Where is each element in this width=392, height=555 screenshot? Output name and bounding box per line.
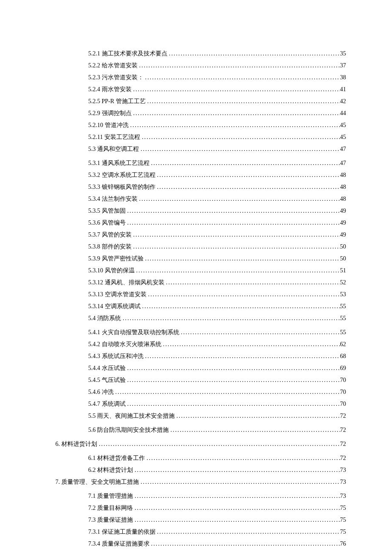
toc-label: 5.3.8 部件的安装 [88, 242, 132, 251]
toc-label: 6.2 材料进货计划 [88, 465, 133, 474]
toc-page-number: 72 [340, 411, 346, 420]
toc-entry: 5.3.10 风管的保温51 [55, 266, 346, 275]
toc-entry: 5.6 防台防汛期间安全技术措施72 [55, 425, 346, 434]
toc-entry: 5.3.3 镀锌钢板风管的制作48 [55, 182, 346, 191]
toc-leader-dots [126, 206, 340, 215]
toc-page-number: 49 [340, 230, 346, 239]
toc-label: 5.2.1 施工技术要求及技术要点 [88, 49, 167, 58]
toc-entry: 7.3 质量保证措施75 [55, 515, 346, 524]
toc-page-number: 73 [340, 465, 346, 474]
toc-leader-dots [121, 314, 340, 323]
toc-page-number: 73 [340, 491, 346, 500]
toc-page-number: 72 [340, 439, 346, 448]
toc-leader-dots [132, 109, 340, 118]
toc-leader-dots [132, 230, 340, 239]
toc-entry: 5.4.3 系统试压和冲洗68 [55, 352, 346, 361]
toc-label: 5.4.1 火灾自动报警及联动控制系统 [88, 328, 179, 337]
toc-page-number: 49 [340, 218, 346, 227]
toc-entry: 5.4.1 火灾自动报警及联动控制系统55 [55, 328, 346, 337]
toc-entry: 6. 材料进货计划72 [55, 439, 346, 448]
toc-label: 7. 质量管理、安全文明施工措施 [55, 477, 139, 486]
toc-leader-dots [156, 182, 340, 191]
toc-entry: 7.3.4 质量保证措施要求76 [55, 539, 346, 548]
toc-entry: 5.4.2 自动喷水灭火喷淋系统62 [55, 340, 346, 349]
toc-label: 5.2.9 强调控制点 [88, 109, 132, 118]
toc-leader-dots [141, 302, 340, 311]
toc-label: 5.2.5 PP-R 管施工工艺 [88, 97, 146, 106]
toc-leader-dots [144, 73, 340, 82]
toc-leader-dots [139, 145, 340, 153]
toc-leader-dots [167, 49, 340, 58]
toc-entry: 5.2.4 雨水管安装41 [55, 85, 346, 94]
toc-page-number: 70 [340, 376, 346, 384]
toc-leader-dots [164, 278, 340, 287]
toc-entry: 5.2.10 管道冲洗45 [55, 121, 346, 130]
toc-leader-dots [169, 425, 340, 434]
toc-leader-dots [138, 61, 340, 70]
toc-page-number: 35 [340, 49, 346, 58]
toc-entry: 5.3.13 空调水管道安装53 [55, 290, 346, 299]
toc-entry: 5.3.4 法兰制作安装48 [55, 194, 346, 203]
toc-leader-dots [129, 121, 340, 130]
toc-entry: 5.3.14 空调系统调试55 [55, 302, 346, 311]
toc-entry: 5.2.2 给水管道安装37 [55, 61, 346, 70]
toc-leader-dots [161, 340, 340, 349]
toc-leader-dots [145, 454, 340, 462]
toc-label: 5.4.5 气压试验 [88, 376, 126, 384]
toc-page-number: 75 [340, 503, 346, 512]
toc-label: 5.4 消防系统 [88, 314, 121, 323]
toc-leader-dots [144, 352, 340, 361]
toc-page-number: 68 [340, 352, 346, 361]
toc-leader-dots [133, 465, 340, 474]
toc-entry: 5.2.11 安装工艺流程45 [55, 133, 346, 142]
toc-label: 5.6 防台防汛期间安全技术措施 [88, 425, 169, 434]
toc-label: 5.4.2 自动喷水灭火喷淋系统 [88, 340, 161, 349]
toc-leader-dots [126, 376, 340, 384]
toc-page-number: 47 [340, 145, 346, 153]
toc-leader-dots [132, 242, 340, 251]
toc-label: 5.5 雨天、夜间施工技术安全措施 [88, 411, 175, 420]
toc-entry: 7.3.1 保证施工质量的依据75 [55, 527, 346, 536]
toc-entry: 6.2 材料进货计划73 [55, 465, 346, 474]
toc-page-number: 53 [340, 290, 346, 299]
toc-entry: 5.3.12 通风机、排烟风机安装52 [55, 278, 346, 287]
toc-label: 7.3 质量保证措施 [88, 515, 133, 524]
toc-label: 5.3.12 通风机、排烟风机安装 [88, 278, 164, 287]
toc-entry: 5.3.2 空调水系统工艺流程48 [55, 171, 346, 179]
toc-leader-dots [150, 539, 340, 548]
toc-leader-dots [139, 477, 340, 486]
toc-page-number: 51 [340, 266, 346, 275]
toc-leader-dots [147, 290, 340, 299]
toc-label: 5.3.5 风管加固 [88, 206, 126, 215]
toc-entry: 7.1 质量管理措施73 [55, 491, 346, 500]
toc-entry: 5.3.5 风管加固49 [55, 206, 346, 215]
toc-label: 5.4.3 系统试压和冲洗 [88, 352, 144, 361]
toc-label: 5.3.3 镀锌钢板风管的制作 [88, 182, 156, 191]
toc-entry: 5.5 雨天、夜间施工技术安全措施72 [55, 411, 346, 420]
toc-leader-dots [126, 218, 340, 227]
toc-page-number: 48 [340, 194, 346, 203]
toc-entry: 5.2.5 PP-R 管施工工艺42 [55, 97, 346, 106]
toc-label: 5.3.4 法兰制作安装 [88, 194, 138, 203]
toc-label: 5.2.2 给水管道安装 [88, 61, 138, 70]
toc-entry: 5.3.8 部件的安装50 [55, 242, 346, 251]
toc-page-number: 75 [340, 527, 346, 536]
toc-page-number: 55 [340, 314, 346, 323]
toc-leader-dots [179, 328, 340, 337]
toc-leader-dots [150, 159, 340, 168]
toc-label: 5.3.13 空调水管道安装 [88, 290, 147, 299]
toc-entry: 5.3.1 通风系统工艺流程47 [55, 159, 346, 168]
toc-page-number: 50 [340, 254, 346, 263]
toc-label: 5.3.6 风管编号 [88, 218, 126, 227]
toc-leader-dots [126, 399, 340, 408]
toc-label: 7.1 质量管理措施 [88, 491, 133, 500]
toc-label: 7.3.4 质量保证措施要求 [88, 539, 150, 548]
toc-page-number: 37 [340, 61, 346, 70]
toc-entry: 5.3.6 风管编号49 [55, 218, 346, 227]
toc-leader-dots [133, 503, 340, 512]
toc-leader-dots [133, 491, 340, 500]
table-of-contents: 5.2.1 施工技术要求及技术要点355.2.2 给水管道安装375.2.3 污… [55, 49, 346, 548]
toc-label: 6. 材料进货计划 [55, 439, 97, 448]
toc-label: 5.3.10 风管的保温 [88, 266, 135, 275]
toc-entry: 5.4.4 水压试验69 [55, 364, 346, 373]
